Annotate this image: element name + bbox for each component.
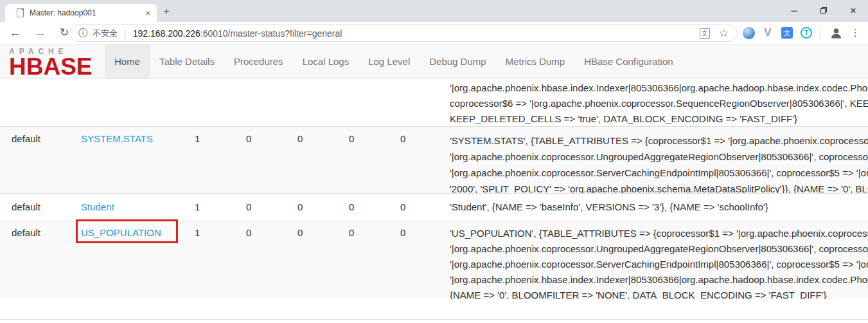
restore-icon xyxy=(820,7,827,14)
failed-regions-cell: 0 xyxy=(297,227,303,238)
extension-sphere-icon[interactable] xyxy=(739,27,758,39)
browser-window: Master: hadoop001 × + ─ × ← → ↻ ⓘ 不安全 | … xyxy=(0,0,868,323)
nav-item-hbase-configuration[interactable]: HBase Configuration xyxy=(574,44,682,78)
split-regions-cell: 0 xyxy=(349,133,354,144)
failed-regions-cell: 0 xyxy=(297,133,303,144)
back-icon[interactable]: ← xyxy=(6,22,24,44)
url-path: :60010/master-status?filter=general xyxy=(200,28,342,39)
menu-dots-icon[interactable]: ⋮ xyxy=(851,27,860,39)
bookmark-star-icon[interactable]: ☆ xyxy=(719,26,729,40)
table-description: 'Student', {NAME => 'baseInfo', VERSIONS… xyxy=(450,201,868,213)
nav-item-home[interactable]: Home xyxy=(105,44,150,78)
toolbar-separator xyxy=(820,27,820,39)
profile-avatar[interactable] xyxy=(829,26,843,40)
nav-item-local-logs[interactable]: Local Logs xyxy=(293,44,359,78)
restore-button[interactable] xyxy=(809,0,838,22)
table-row-system-stats: default SYSTEM.STATS 1 0 0 0 0 'SYSTEM.S… xyxy=(0,126,868,193)
table-link-us-population[interactable]: US_POPULATION xyxy=(81,227,161,238)
online-regions-cell: 1 xyxy=(195,133,200,144)
online-regions-cell: 1 xyxy=(195,227,200,238)
namespace-cell: default xyxy=(12,227,40,238)
other-regions-cell: 0 xyxy=(400,133,405,144)
translate-page-icon[interactable]: 文 xyxy=(700,28,710,39)
tab-title: Master: hadoop001 xyxy=(30,8,126,17)
namespace-cell: default xyxy=(12,133,40,144)
hbase-navbar: APACHE HBASE Home Table Details Procedur… xyxy=(0,44,868,79)
table-row-student: default Student 1 0 0 0 0 'Student', {NA… xyxy=(0,193,868,221)
table-row-us-population: default US_POPULATION 1 0 0 0 0 'US_POPU… xyxy=(0,221,868,299)
nav-item-metrics-dump[interactable]: Metrics Dump xyxy=(496,44,575,78)
nav-item-log-level[interactable]: Log Level xyxy=(359,44,420,78)
nav-item-procedures[interactable]: Procedures xyxy=(224,44,293,78)
extension-t-icon[interactable]: T xyxy=(797,27,816,39)
browser-titlebar: Master: hadoop001 × + ─ × xyxy=(0,0,868,22)
url-separator: | xyxy=(124,28,127,39)
online-regions-cell: 1 xyxy=(195,201,200,212)
namespace-cell: default xyxy=(12,201,40,212)
offline-regions-cell: 0 xyxy=(246,227,251,238)
table-row-partial: '|org.apache.phoenix.hbase.index.Indexer… xyxy=(0,80,868,126)
nav-item-debug-dump[interactable]: Debug Dump xyxy=(420,44,495,78)
info-icon[interactable]: ⓘ xyxy=(78,28,87,39)
offline-regions-cell: 0 xyxy=(246,133,251,144)
forward-icon[interactable]: → xyxy=(31,22,49,44)
table-description: 'US_POPULATION', {TABLE_ATTRIBUTES => {c… xyxy=(450,226,868,299)
extension-translate-icon[interactable]: 文 xyxy=(777,27,797,39)
footer-divider xyxy=(0,319,868,320)
extension-v-icon[interactable]: V xyxy=(758,26,777,39)
hbase-logo[interactable]: APACHE HBASE xyxy=(9,47,109,77)
logo-hbase-text: HBASE xyxy=(9,56,109,77)
url-host: 192.168.200.226 xyxy=(133,28,200,39)
other-regions-cell: 0 xyxy=(400,201,405,212)
table-description: '|org.apache.phoenix.hbase.index.Indexer… xyxy=(450,80,868,126)
split-regions-cell: 0 xyxy=(349,201,354,212)
table-link-student[interactable]: Student xyxy=(81,201,114,212)
new-tab-button[interactable]: + xyxy=(163,5,170,18)
failed-regions-cell: 0 xyxy=(297,201,303,212)
table-description: 'SYSTEM.STATS', {TABLE_ATTRIBUTES => {co… xyxy=(450,133,868,193)
nav-menu: Home Table Details Procedures Local Logs… xyxy=(105,44,683,78)
address-bar[interactable]: ⓘ 不安全 | 192.168.200.226 :60010/master-st… xyxy=(69,24,738,42)
window-controls: ─ × xyxy=(779,0,868,22)
other-regions-cell: 0 xyxy=(400,227,405,238)
page-favicon-icon xyxy=(17,8,24,17)
table-link-system-stats[interactable]: SYSTEM.STATS xyxy=(81,133,153,144)
security-label: 不安全 xyxy=(93,28,118,39)
extensions-area: V 文 T ⋮ xyxy=(739,22,868,44)
offline-regions-cell: 0 xyxy=(246,201,251,212)
nav-item-table-details[interactable]: Table Details xyxy=(150,44,224,78)
browser-toolbar: ← → ↻ ⓘ 不安全 | 192.168.200.226 :60010/mas… xyxy=(0,22,868,44)
browser-tab[interactable]: Master: hadoop001 × xyxy=(5,4,157,22)
split-regions-cell: 0 xyxy=(349,227,354,238)
tab-close-icon[interactable]: × xyxy=(145,8,150,18)
close-button[interactable]: × xyxy=(838,0,868,22)
minimize-button[interactable]: ─ xyxy=(779,0,809,22)
